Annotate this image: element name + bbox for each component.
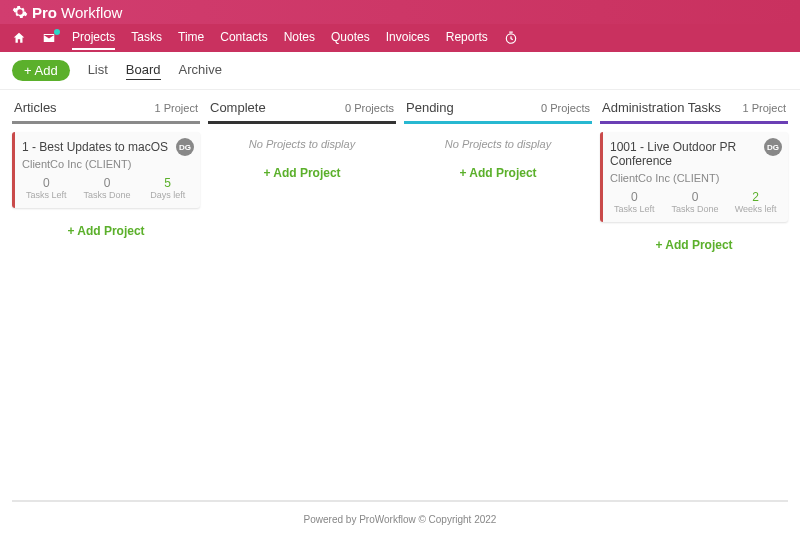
card-title: 1001 - Live Outdoor PR Conference xyxy=(610,140,780,168)
stat-label: Tasks Left xyxy=(22,190,71,200)
card-stats: 0Tasks Left 0Tasks Done 5Days left xyxy=(22,176,192,200)
subnav-board[interactable]: Board xyxy=(126,62,161,80)
logo-bold: Pro xyxy=(32,4,57,21)
column-title: Administration Tasks xyxy=(602,100,721,115)
avatar: DG xyxy=(764,138,782,156)
stat-label: Tasks Left xyxy=(610,204,659,214)
column-pending: Pending 0 Projects No Projects to displa… xyxy=(404,98,592,492)
nav-projects[interactable]: Projects xyxy=(72,26,115,50)
add-button[interactable]: + Add xyxy=(12,60,70,81)
column-title: Articles xyxy=(14,100,57,115)
column-admin: Administration Tasks 1 Project DG 1001 -… xyxy=(600,98,788,492)
notification-dot xyxy=(54,29,60,35)
nav-quotes[interactable]: Quotes xyxy=(331,26,370,50)
nav-contacts[interactable]: Contacts xyxy=(220,26,267,50)
stat-value: 2 xyxy=(731,190,780,204)
project-card[interactable]: DG 1001 - Live Outdoor PR Conference Cli… xyxy=(600,132,788,222)
nav-reports[interactable]: Reports xyxy=(446,26,488,50)
column-title: Pending xyxy=(406,100,454,115)
column-header: Complete 0 Projects xyxy=(208,98,396,124)
column-articles: Articles 1 Project DG 1 - Best Updates t… xyxy=(12,98,200,492)
empty-message: No Projects to display xyxy=(404,132,592,160)
column-header: Articles 1 Project xyxy=(12,98,200,124)
nav-notes[interactable]: Notes xyxy=(284,26,315,50)
column-count: 1 Project xyxy=(743,102,786,114)
empty-message: No Projects to display xyxy=(208,132,396,160)
stat-value: 0 xyxy=(671,190,720,204)
stat-value: 0 xyxy=(610,190,659,204)
card-stats: 0Tasks Left 0Tasks Done 2Weeks left xyxy=(610,190,780,214)
gear-icon xyxy=(12,4,28,20)
project-card[interactable]: DG 1 - Best Updates to macOS ClientCo In… xyxy=(12,132,200,208)
timer-icon[interactable] xyxy=(504,31,518,45)
nav-tasks[interactable]: Tasks xyxy=(131,26,162,50)
stat-label: Days left xyxy=(143,190,192,200)
add-project-link[interactable]: + Add Project xyxy=(12,218,200,244)
subnav-archive[interactable]: Archive xyxy=(179,62,222,79)
column-header: Administration Tasks 1 Project xyxy=(600,98,788,124)
card-client: ClientCo Inc (CLIENT) xyxy=(22,158,192,170)
main-nav: Projects Tasks Time Contacts Notes Quote… xyxy=(0,24,800,52)
column-complete: Complete 0 Projects No Projects to displ… xyxy=(208,98,396,492)
avatar: DG xyxy=(176,138,194,156)
subnav-list[interactable]: List xyxy=(88,62,108,79)
stat-label: Weeks left xyxy=(731,204,780,214)
home-icon[interactable] xyxy=(12,31,26,45)
topbar: ProWorkflow xyxy=(0,0,800,24)
sub-nav: + Add List Board Archive xyxy=(0,52,800,90)
logo: ProWorkflow xyxy=(12,4,122,21)
column-count: 0 Projects xyxy=(541,102,590,114)
card-client: ClientCo Inc (CLIENT) xyxy=(610,172,780,184)
stat-label: Tasks Done xyxy=(83,190,132,200)
stat-value: 0 xyxy=(83,176,132,190)
column-title: Complete xyxy=(210,100,266,115)
board: Articles 1 Project DG 1 - Best Updates t… xyxy=(0,90,800,500)
add-project-link[interactable]: + Add Project xyxy=(404,160,592,186)
logo-thin: Workflow xyxy=(61,4,122,21)
add-project-link[interactable]: + Add Project xyxy=(208,160,396,186)
footer-text: Powered by ProWorkflow © Copyright 2022 xyxy=(0,502,800,531)
column-count: 0 Projects xyxy=(345,102,394,114)
stat-value: 0 xyxy=(22,176,71,190)
card-title: 1 - Best Updates to macOS xyxy=(22,140,192,154)
column-count: 1 Project xyxy=(155,102,198,114)
stat-value: 5 xyxy=(143,176,192,190)
mail-icon[interactable] xyxy=(42,31,56,45)
add-project-link[interactable]: + Add Project xyxy=(600,232,788,258)
column-header: Pending 0 Projects xyxy=(404,98,592,124)
nav-time[interactable]: Time xyxy=(178,26,204,50)
nav-invoices[interactable]: Invoices xyxy=(386,26,430,50)
stat-label: Tasks Done xyxy=(671,204,720,214)
